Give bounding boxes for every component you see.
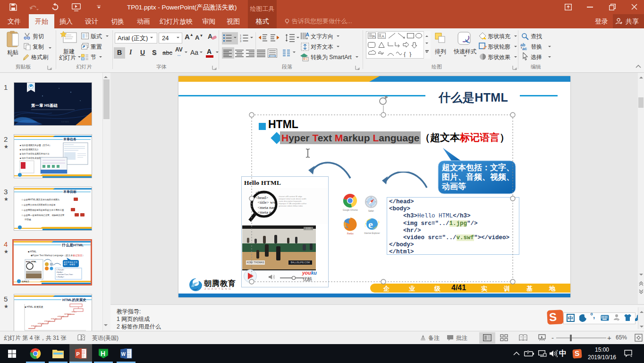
svg-text:W: W	[121, 352, 126, 357]
svg-text:<body>: <body>	[56, 271, 63, 273]
svg-text:HTML的发展史: HTML的发展史	[62, 298, 86, 302]
svg-text:XHTML1.0: XHTML1.0	[64, 313, 71, 315]
svg-text:3: 3	[240, 40, 241, 43]
svg-text:A: A	[373, 34, 375, 39]
svg-text:■ HTML·发展简史: ■ HTML·发展简史	[25, 305, 43, 309]
svg-text:■ 制作字体密集条网页的地方法: ■ 制作字体密集条网页的地方法	[20, 152, 50, 155]
svg-text:H: H	[101, 350, 105, 357]
svg-text:□ 会使用~~标签和路路径设置、措施建设设置: □ 会使用~~标签和路路径设置、措施建设设置	[22, 214, 65, 217]
svg-text:HTML4.01: HTML4.01	[58, 316, 64, 318]
svg-text:A: A	[208, 33, 212, 40]
svg-text:第一章 H5基础: 第一章 H5基础	[31, 103, 58, 108]
svg-text:图片、音频等: 图片、音频等	[64, 263, 75, 266]
svg-text:■ HTML: ■ HTML	[28, 250, 36, 253]
svg-text:1 2 3 4 5: 1 2 3 4 5	[61, 121, 69, 123]
svg-text:</head>: </head>	[56, 269, 64, 271]
svg-text:本章任务: 本章任务	[63, 137, 76, 141]
svg-text:◆Hyper Text Markup Language（超文: ◆Hyper Text Markup Language（超文本标记语言）	[31, 254, 85, 257]
svg-text:朝腾教育: 朝腾教育	[22, 280, 29, 283]
svg-text:HTML4.0: HTML4.0	[51, 318, 57, 320]
svg-text:}: }	[409, 51, 412, 57]
svg-text:■ 制作普通网页的步骤（查手机）: ■ 制作普通网页的步骤（查手机）	[20, 144, 51, 147]
svg-text:□ 会使用图修标签和超签和超文本常用的元素: □ 会使用图修标签和超签和超文本常用的元素	[22, 208, 64, 212]
svg-text:P: P	[76, 351, 80, 357]
svg-text:□ 会使用文本格式和图签和文本标签: □ 会使用文本格式和图签和文本标签	[22, 203, 56, 207]
svg-text:Hello HTML: Hello HTML	[26, 260, 37, 263]
svg-text:本章目标: 本章目标	[63, 190, 76, 194]
svg-text:HTML1.0: HTML1.0	[31, 325, 37, 327]
svg-text:目明确: 目明确	[25, 218, 31, 221]
svg-text:什么是HTML: 什么是HTML	[61, 243, 84, 247]
svg-text:A: A	[381, 34, 384, 39]
svg-text:■ 制作字体密集表情面版: ■ 制作字体密集表情面版	[20, 157, 43, 160]
svg-text:ac: ac	[522, 46, 527, 51]
svg-text:<h3>Hello</h3>: <h3>Hello</h3>	[57, 274, 73, 276]
svg-text:</body>: </body>	[56, 276, 64, 278]
svg-text:HTML2.0: HTML2.0	[38, 323, 44, 325]
svg-text:□ 会使用HTML 网页基本结构和搭建网头: □ 会使用HTML 网页基本结构和搭建网头	[22, 198, 60, 201]
svg-text:e: e	[368, 218, 373, 230]
svg-text:■ 制作普通网页简介: ■ 制作普通网页简介	[20, 148, 39, 151]
svg-text:HTML3.2: HTML3.2	[44, 320, 51, 322]
svg-text:A: A	[305, 32, 309, 37]
svg-text:{: {	[404, 51, 406, 57]
